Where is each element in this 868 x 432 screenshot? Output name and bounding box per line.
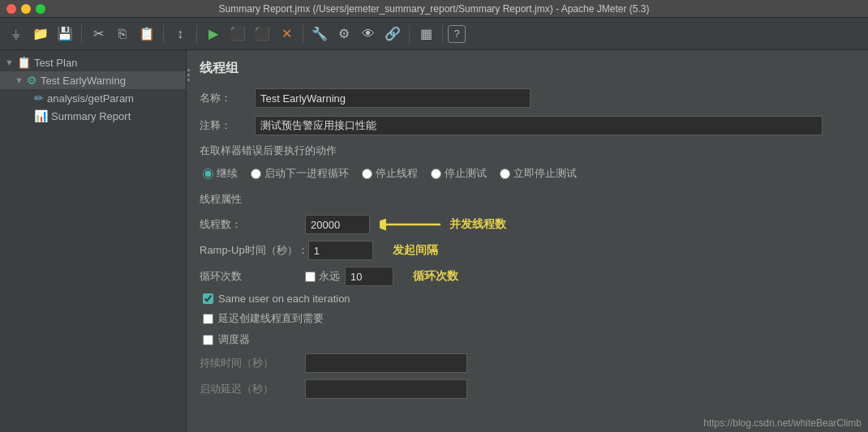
duration-label: 持续时间（秒） [200, 356, 305, 370]
new-button[interactable]: ⏚ [5, 23, 28, 45]
close-button[interactable] [6, 4, 16, 14]
duration-row: 持续时间（秒） [200, 353, 855, 373]
get-button[interactable]: 🔧 [308, 23, 331, 45]
error-action-label: 在取样器错误后要执行的动作 [200, 143, 855, 158]
start-delay-label: 启动延迟（秒） [200, 382, 305, 396]
ramp-up-annotation-text: 发起间隔 [393, 243, 438, 258]
delay-create-checkbox[interactable] [203, 314, 213, 324]
sep4 [303, 25, 303, 43]
duration-input[interactable] [305, 353, 467, 373]
sidebar-label-test-early-warning: Test EarlyWarning [41, 75, 126, 87]
thread-count-row: 线程数： 并发线程数 [200, 215, 855, 234]
divider-handle[interactable] [185, 50, 191, 99]
expand-button[interactable]: ↕ [169, 23, 191, 45]
remote-button[interactable]: ⚙ [333, 23, 355, 45]
loop-count-input[interactable] [345, 267, 393, 286]
name-label: 名称： [200, 91, 248, 105]
scheduler-row: 调度器 [200, 332, 855, 347]
thread-count-annotation-text: 并发线程数 [449, 217, 506, 232]
loop-annotation: 循环次数 [400, 269, 458, 284]
title-bar: Summary Report.jmx (/Users/jemeter_summa… [0, 0, 868, 18]
radio-stop-test-now[interactable]: 立即停止测试 [500, 166, 577, 181]
radio-next-loop-label: 启动下一进程循环 [264, 166, 349, 181]
same-user-checkbox[interactable] [203, 293, 213, 304]
sep5 [409, 25, 410, 43]
scheduler-label[interactable]: 调度器 [218, 332, 250, 347]
copy-button[interactable]: ⎘ [111, 23, 134, 45]
toolbar: ⏚ 📁 💾 ✂ ⎘ 📋 ↕ ▶ ⬛ ⬛ ✕ 🔧 ⚙ 👁 🔗 ▦ ? [0, 18, 868, 50]
thread-count-input[interactable] [305, 215, 370, 234]
thread-props-title: 线程属性 [200, 192, 855, 207]
radio-stop-test[interactable]: 停止测试 [431, 166, 487, 181]
delay-create-row: 延迟创建线程直到需要 [200, 311, 855, 326]
sidebar: ▼ 📋 Test Plan ▼ ⚙ Test EarlyWarning ✏ an… [0, 50, 187, 432]
sep6 [442, 25, 443, 43]
thread-count-annotation: 并发线程数 [376, 215, 506, 234]
clear-button[interactable]: ✕ [275, 23, 298, 45]
sidebar-label-summary-report: Summary Report [51, 110, 131, 122]
stop-now-button[interactable]: ⬛ [251, 23, 273, 45]
sidebar-label-analysis: analysis/getParam [47, 92, 134, 105]
loop-forever-label: 永远 [319, 269, 340, 284]
help-button[interactable]: ? [448, 25, 466, 43]
comment-label: 注释： [200, 118, 248, 133]
minimize-button[interactable] [21, 4, 31, 14]
comment-row: 注释： [200, 116, 855, 135]
main-layout: ▼ 📋 Test Plan ▼ ⚙ Test EarlyWarning ✏ an… [0, 50, 868, 432]
open-button[interactable]: 📁 [29, 23, 52, 45]
radio-stop-thread-label: 停止线程 [376, 166, 418, 181]
sidebar-item-analysis[interactable]: ✏ analysis/getParam [0, 89, 186, 107]
gear-icon: ⚙ [27, 74, 37, 87]
template-button[interactable]: ▦ [415, 23, 437, 45]
sep3 [196, 25, 197, 43]
section-title: 线程组 [200, 60, 855, 77]
thread-props: 线程数： 并发线程数 Ramp- [200, 215, 855, 399]
radio-continue[interactable]: 继续 [203, 166, 238, 181]
ramp-up-row: Ramp-Up时间（秒）： 发起间隔 [200, 241, 855, 260]
sidebar-item-test-early-warning[interactable]: ▼ ⚙ Test EarlyWarning [0, 71, 186, 89]
paste-button[interactable]: 📋 [135, 23, 158, 45]
same-user-row: Same user on each iteration [200, 293, 855, 305]
sep2 [163, 25, 164, 43]
sidebar-label-test-plan: Test Plan [34, 57, 77, 69]
cut-button[interactable]: ✂ [87, 23, 110, 45]
name-row: 名称： [200, 88, 855, 108]
loop-count-row: 循环次数 永远 循环次数 [200, 267, 855, 286]
name-input[interactable] [255, 88, 531, 108]
start-delay-input[interactable] [305, 379, 467, 399]
monitor-button[interactable]: 👁 [357, 23, 380, 45]
sidebar-item-summary-report[interactable]: 📊 Summary Report [0, 107, 186, 125]
radio-stop-test-now-label: 立即停止测试 [513, 166, 577, 181]
comment-input[interactable] [255, 116, 823, 135]
thread-count-label: 线程数： [200, 217, 305, 232]
save-button[interactable]: 💾 [54, 23, 76, 45]
scheduler-checkbox[interactable] [203, 335, 213, 345]
arrow-svg [380, 215, 445, 234]
expand-icon: ▼ [5, 58, 14, 67]
start-delay-row: 启动延迟（秒） [200, 379, 855, 399]
plan-icon: 📋 [17, 56, 31, 69]
ramp-up-label: Ramp-Up时间（秒）： [200, 243, 308, 258]
loop-annotation-text: 循环次数 [413, 269, 458, 284]
same-user-label[interactable]: Same user on each iteration [218, 293, 350, 305]
radio-stop-thread[interactable]: 停止线程 [362, 166, 418, 181]
run-button[interactable]: ▶ [202, 23, 225, 45]
ramp-up-annotation: 发起间隔 [380, 243, 438, 258]
loop-forever-checkbox[interactable] [305, 272, 316, 282]
stop-button[interactable]: ⬛ [226, 23, 249, 45]
expand-icon2: ▼ [5, 75, 24, 85]
sep1 [81, 25, 82, 43]
sidebar-item-test-plan[interactable]: ▼ 📋 Test Plan [0, 53, 186, 71]
pencil-icon: ✏ [34, 92, 44, 105]
ramp-up-input[interactable] [308, 241, 373, 260]
traffic-lights [6, 4, 45, 14]
loop-label: 循环次数 [200, 269, 305, 284]
browse-button[interactable]: 🔗 [381, 23, 404, 45]
delay-create-label[interactable]: 延迟创建线程直到需要 [218, 311, 324, 326]
watermark: https://blog.csdn.net/whiteBearClimb [703, 417, 862, 429]
radio-next-loop[interactable]: 启动下一进程循环 [251, 166, 349, 181]
report-icon: 📊 [34, 109, 48, 122]
radio-continue-label: 继续 [217, 166, 238, 181]
maximize-button[interactable] [36, 4, 45, 14]
window-title: Summary Report.jmx (/Users/jemeter_summa… [219, 3, 650, 15]
